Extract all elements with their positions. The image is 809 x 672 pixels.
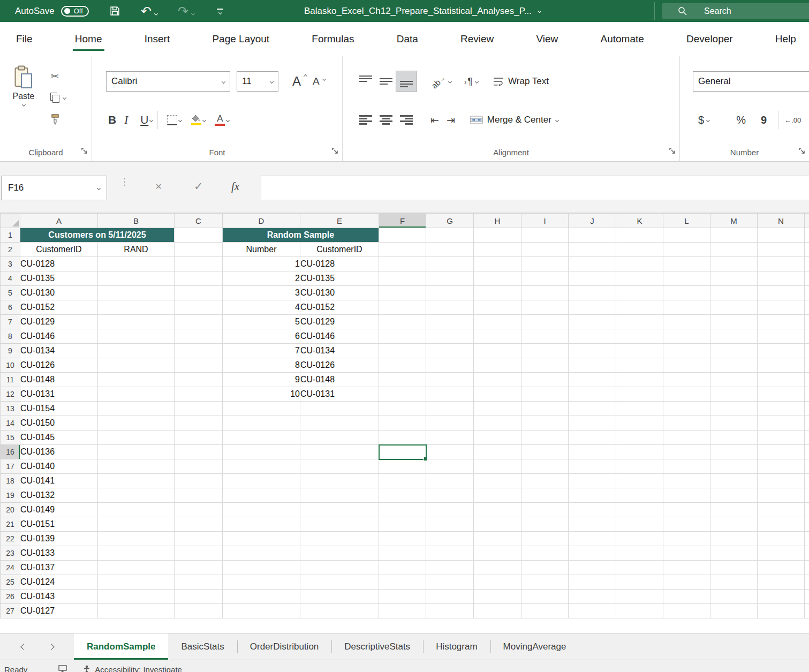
cell-A14[interactable]: CU-0150 bbox=[20, 416, 98, 431]
row-header-23[interactable]: 23 bbox=[1, 546, 20, 561]
cell-D2[interactable]: Number bbox=[223, 243, 300, 257]
cell-L22[interactable] bbox=[663, 532, 710, 546]
column-header-H[interactable]: H bbox=[474, 214, 521, 228]
cell-G3[interactable] bbox=[426, 257, 474, 271]
cell-K4[interactable] bbox=[616, 271, 663, 286]
search-box[interactable]: Search bbox=[662, 3, 809, 19]
cell-B26[interactable] bbox=[98, 590, 175, 604]
cell-M27[interactable] bbox=[710, 604, 758, 618]
cell-H17[interactable] bbox=[474, 459, 521, 474]
cell-D4[interactable]: 2 bbox=[223, 271, 300, 286]
cell-K26[interactable] bbox=[616, 590, 663, 604]
cell-N15[interactable] bbox=[758, 431, 805, 445]
italic-button[interactable]: I bbox=[121, 114, 131, 127]
column-header-D[interactable]: D bbox=[223, 214, 300, 228]
row-header-19[interactable]: 19 bbox=[1, 488, 20, 503]
cell-G6[interactable] bbox=[426, 300, 474, 315]
next-sheet-icon[interactable] bbox=[48, 644, 54, 650]
cell-N12[interactable] bbox=[758, 387, 805, 402]
cell-E25[interactable] bbox=[300, 575, 379, 590]
customize-quick-access-toolbar-button[interactable] bbox=[217, 9, 223, 14]
cell-G20[interactable] bbox=[426, 503, 474, 517]
cell-E20[interactable] bbox=[300, 503, 379, 517]
cell-O9[interactable] bbox=[805, 344, 809, 358]
cell-B16[interactable] bbox=[98, 445, 175, 459]
cell-J25[interactable] bbox=[569, 575, 616, 590]
row-header-20[interactable]: 20 bbox=[1, 503, 20, 517]
redo-dropdown-icon[interactable] bbox=[191, 11, 195, 15]
cell-L3[interactable] bbox=[663, 257, 710, 271]
underline-dropdown-icon[interactable] bbox=[149, 118, 153, 122]
cell-E13[interactable] bbox=[300, 402, 379, 416]
cell-K22[interactable] bbox=[616, 532, 663, 546]
cell-J13[interactable] bbox=[569, 402, 616, 416]
cell-M16[interactable] bbox=[710, 445, 758, 459]
cell-K24[interactable] bbox=[616, 561, 663, 575]
text-direction-dropdown-icon[interactable] bbox=[475, 79, 479, 83]
cell-C7[interactable] bbox=[175, 315, 223, 329]
wrap-text-button[interactable]: Wrap Text bbox=[493, 76, 549, 87]
align-right-button[interactable] bbox=[396, 110, 417, 130]
cell-N17[interactable] bbox=[758, 459, 805, 474]
cell-C2[interactable] bbox=[175, 243, 223, 257]
cell-I25[interactable] bbox=[521, 575, 569, 590]
cell-M15[interactable] bbox=[710, 431, 758, 445]
format-painter-button[interactable] bbox=[50, 114, 66, 125]
cell-L17[interactable] bbox=[663, 459, 710, 474]
cell-H7[interactable] bbox=[474, 315, 521, 329]
middle-align-button[interactable] bbox=[376, 71, 396, 92]
column-header-J[interactable]: J bbox=[569, 214, 616, 228]
cell-M21[interactable] bbox=[710, 517, 758, 532]
cell-N13[interactable] bbox=[758, 402, 805, 416]
cell-A3[interactable]: CU-0128 bbox=[20, 257, 98, 271]
cell-G16[interactable] bbox=[426, 445, 474, 459]
font-size-dropdown-icon[interactable] bbox=[270, 79, 274, 83]
cell-M23[interactable] bbox=[710, 546, 758, 561]
cell-G10[interactable] bbox=[426, 358, 474, 373]
cell-G2[interactable] bbox=[426, 243, 474, 257]
row-header-1[interactable]: 1 bbox=[1, 228, 20, 243]
tab-help[interactable]: Help bbox=[772, 28, 799, 54]
cell-B3[interactable] bbox=[98, 257, 175, 271]
cell-J17[interactable] bbox=[569, 459, 616, 474]
cell-E15[interactable] bbox=[300, 431, 379, 445]
undo-button[interactable]: ↶ bbox=[141, 5, 157, 17]
cell-M17[interactable] bbox=[710, 459, 758, 474]
cell-I9[interactable] bbox=[521, 344, 569, 358]
cell-J4[interactable] bbox=[569, 271, 616, 286]
cell-D5[interactable]: 3 bbox=[223, 286, 300, 300]
cell-L19[interactable] bbox=[663, 488, 710, 503]
cell-J22[interactable] bbox=[569, 532, 616, 546]
bottom-align-button[interactable] bbox=[396, 71, 417, 92]
cell-K6[interactable] bbox=[616, 300, 663, 315]
cell-C27[interactable] bbox=[175, 604, 223, 618]
cell-C17[interactable] bbox=[175, 459, 223, 474]
column-header-A[interactable]: A bbox=[20, 214, 98, 228]
cell-H27[interactable] bbox=[474, 604, 521, 618]
cell-A26[interactable]: CU-0143 bbox=[20, 590, 98, 604]
row-header-14[interactable]: 14 bbox=[1, 416, 20, 431]
cell-H10[interactable] bbox=[474, 358, 521, 373]
cell-D22[interactable] bbox=[223, 532, 300, 546]
cell-A27[interactable]: CU-0127 bbox=[20, 604, 98, 618]
cell-G7[interactable] bbox=[426, 315, 474, 329]
cell-O5[interactable] bbox=[805, 286, 809, 300]
row-header-12[interactable]: 12 bbox=[1, 387, 20, 402]
cell-C13[interactable] bbox=[175, 402, 223, 416]
cell-M1[interactable] bbox=[710, 228, 758, 243]
cell-F12[interactable] bbox=[379, 387, 426, 402]
cell-E19[interactable] bbox=[300, 488, 379, 503]
display-settings-icon[interactable] bbox=[58, 665, 67, 672]
cell-D25[interactable] bbox=[223, 575, 300, 590]
cell-C4[interactable] bbox=[175, 271, 223, 286]
column-header-K[interactable]: K bbox=[616, 214, 663, 228]
cell-B19[interactable] bbox=[98, 488, 175, 503]
cell-C20[interactable] bbox=[175, 503, 223, 517]
borders-dropdown-icon[interactable] bbox=[178, 118, 182, 122]
accounting-dropdown-icon[interactable] bbox=[706, 118, 710, 122]
cell-I23[interactable] bbox=[521, 546, 569, 561]
cell-G8[interactable] bbox=[426, 329, 474, 344]
borders-button[interactable] bbox=[167, 115, 182, 125]
formula-input[interactable] bbox=[261, 176, 809, 200]
cell-F17[interactable] bbox=[379, 459, 426, 474]
